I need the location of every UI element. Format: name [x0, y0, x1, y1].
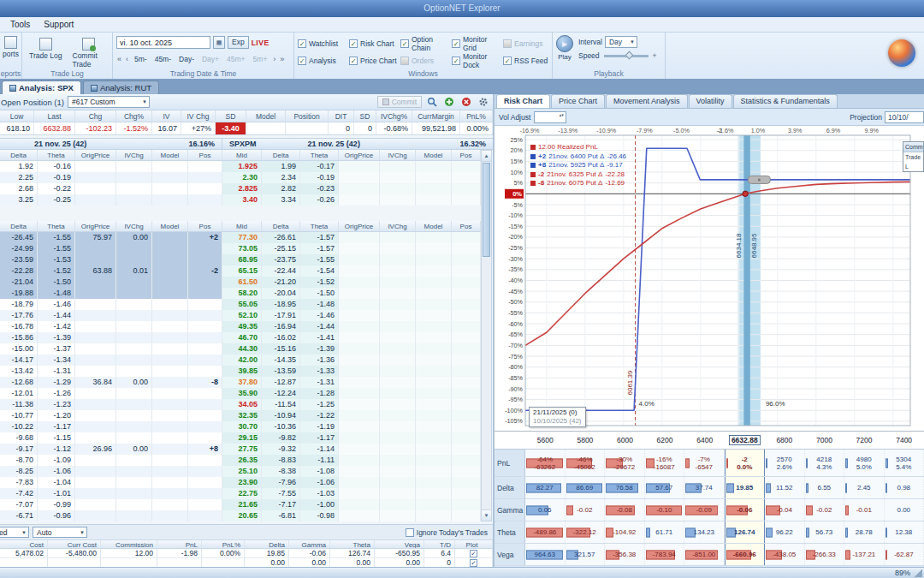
window-toggle-risk-chart[interactable]: ✓ Risk Chart — [349, 35, 399, 52]
side-panel-cut[interactable]: Comm Trade L — [903, 141, 924, 172]
option-chain-row[interactable]: -24.99-1.55 73.05 -25.15-1.57 — [0, 243, 481, 254]
option-chain-row[interactable]: -22.28-1.52 63.880.01 -2 65.15 -22.44-1.… — [0, 265, 481, 277]
option-chain-row[interactable]: -16.78-1.42 49.35 -16.94-1.44 — [0, 321, 481, 332]
option-chain-row[interactable]: -18.79-1.46 55.05 -18.95-1.48 — [0, 299, 481, 310]
chain-header-origprice[interactable]: OrigPrice — [339, 150, 380, 160]
calendar-icon[interactable]: ▦ — [213, 36, 225, 49]
chain-header-origprice[interactable]: OrigPrice — [75, 150, 116, 160]
strategy-select[interactable]: #617 Custom▼ — [68, 96, 150, 108]
plot-toggle[interactable]: ✓ — [455, 558, 493, 567]
window-toggle-option-chain[interactable]: ✓ Option Chain — [400, 35, 450, 52]
option-chain-row[interactable]: -7.07-0.99 21.65 -7.17-1.00 — [0, 499, 481, 510]
scroll-down-icon[interactable]: ▼ — [482, 509, 491, 521]
risk-chart[interactable]: 6634.186648.956061.394.0%96.0%25%20%15%1… — [495, 126, 924, 449]
expiry-right[interactable]: SPXPM 21 nov. 25 (42) 16.32% — [222, 139, 493, 149]
window-toggle-rss-feed[interactable]: ✓ RSS Feed — [503, 52, 553, 69]
scroll-up-icon[interactable]: ▲ — [482, 151, 491, 162]
menu-tools[interactable]: Tools — [3, 19, 37, 30]
speed-slider[interactable] — [604, 55, 649, 57]
chain-header-delta[interactable]: Delta — [0, 150, 38, 160]
chain-header-pos[interactable]: Pos — [452, 221, 481, 231]
mini-option-row[interactable]: 2.25-0.19 2.30 2.34-0.19 — [0, 172, 481, 183]
tab-statistics-fundamentals[interactable]: Statistics & Fundamentals — [733, 94, 838, 108]
commit-trade-button[interactable]: Commit Trade — [69, 36, 110, 70]
step-45m[interactable]: 45m+ — [224, 54, 248, 64]
chain-header-model[interactable]: Model — [152, 221, 188, 231]
chain-header-delta[interactable]: Delta — [262, 150, 300, 160]
speed-slider-handle[interactable] — [625, 51, 633, 59]
step-prev-icon[interactable]: ‹ — [125, 55, 129, 63]
tab-volatility[interactable]: Volatility — [689, 94, 732, 108]
option-chain-row[interactable]: -12.68-1.29 36.840.00 -8 37.80 -12.87-1.… — [0, 377, 481, 388]
mode-select[interactable]: ed▼ — [0, 527, 29, 538]
option-chain-row[interactable]: -19.88-1.48 58.20 -20.04-1.50 — [0, 288, 481, 299]
chain-header-theta[interactable]: Theta — [38, 150, 75, 160]
play-button[interactable]: ▶ — [556, 35, 573, 52]
speed-plus-icon[interactable]: + — [653, 51, 657, 60]
option-chain-row[interactable]: -15.86-1.39 46.70 -16.02-1.41 — [0, 332, 481, 343]
mini-option-row[interactable]: 2.68-0.22 2.825 2.82-0.23 — [0, 183, 481, 194]
tab-price-chart[interactable]: Price Chart — [551, 94, 605, 108]
option-chain-row[interactable]: -7.42-1.01 22.75 -7.55-1.03 — [0, 488, 481, 499]
option-chain-row[interactable]: -11.38-1.23 34.05 -11.54-1.25 — [0, 399, 481, 410]
step-first-icon[interactable]: « — [116, 55, 122, 63]
chain-header-pos[interactable]: Pos — [188, 221, 222, 231]
option-chain-row[interactable]: -12.01-1.26 35.90 -12.24-1.28 — [0, 388, 481, 399]
tab-analysis-rut[interactable]: Analysis: RUT — [83, 80, 159, 94]
auto-select[interactable]: Auto▼ — [33, 527, 87, 538]
step-day[interactable]: Day+ — [199, 54, 222, 64]
option-chain-row[interactable]: -10.77-1.20 32.35 -10.94-1.22 — [0, 410, 481, 421]
vol-adjust-stepper[interactable] — [534, 111, 566, 123]
option-chain-row[interactable]: -10.22-1.17 30.70 -10.36-1.19 — [0, 421, 481, 432]
chain-header-origprice[interactable]: OrigPrice — [75, 221, 116, 231]
option-chain-row[interactable]: -21.04-1.50 61.50 -21.20-1.52 — [0, 277, 481, 288]
gear-icon[interactable] — [477, 96, 490, 109]
option-chain-row[interactable]: -17.76-1.44 52.10 -17.91-1.46 — [0, 310, 481, 321]
chain-header-ivchg[interactable]: IVChg — [116, 150, 152, 160]
tab-analysis-spx[interactable]: Analysis: SPX — [2, 80, 81, 94]
add-icon[interactable] — [442, 96, 456, 109]
chain-header-mid[interactable]: Mid — [222, 221, 262, 231]
tab-risk-chart[interactable]: Risk Chart — [496, 94, 550, 108]
step-last-icon[interactable]: » — [279, 55, 285, 63]
mini-option-row[interactable]: 3.25-0.25 3.40 3.34-0.26 — [0, 194, 481, 206]
commit-button[interactable]: Commit — [377, 96, 422, 108]
projection-date-input[interactable]: 10/10/ — [885, 111, 924, 123]
trading-date-input[interactable]: vi. 10 oct. 2025 — [116, 36, 210, 49]
window-toggle-price-chart[interactable]: ✓ Price Chart — [349, 52, 399, 69]
trade-log-button[interactable]: Trade Log — [26, 36, 66, 62]
chain-scrollbar[interactable]: ▲ ▼ — [481, 150, 492, 521]
step-day[interactable]: Day- — [176, 54, 197, 64]
window-toggle-earnings[interactable]: Earnings — [503, 35, 553, 52]
chain-header-mid[interactable]: Mid — [222, 150, 262, 160]
chain-header-theta[interactable]: Theta — [38, 221, 75, 231]
chain-header-delta[interactable]: Delta — [0, 221, 38, 231]
chain-header-model[interactable]: Model — [416, 221, 452, 231]
option-chain-row[interactable]: -8.25-1.06 25.10 -8.38-1.08 — [0, 466, 481, 477]
option-chain-row[interactable]: -15.00-1.37 44.30 -15.16-1.39 — [0, 343, 481, 355]
exp-button[interactable]: Exp — [228, 36, 249, 49]
menu-support[interactable]: Support — [37, 19, 80, 30]
reports-button[interactable]: ports — [3, 34, 18, 60]
chain-header-ivchg[interactable]: IVChg — [380, 150, 416, 160]
chain-header-model[interactable]: Model — [152, 150, 188, 160]
chain-header-ivchg[interactable]: IVChg — [380, 221, 416, 231]
step-next-icon[interactable]: › — [272, 55, 276, 63]
option-chain-row[interactable]: -9.17-1.12 26.960.00 +8 27.75 -9.32-1.14 — [0, 444, 481, 455]
option-chain-row[interactable]: -6.71-0.96 20.65 -6.81-0.98 — [0, 510, 481, 521]
window-toggle-monitor-grid[interactable]: ✓ Monitor Grid — [452, 35, 501, 52]
chain-header-ivchg[interactable]: IVChg — [116, 221, 152, 231]
close-icon[interactable] — [459, 96, 473, 109]
window-toggle-analysis[interactable]: ✓ Analysis — [298, 52, 347, 69]
expiry-left[interactable]: 21 nov. 25 (42) 16.16% — [0, 139, 222, 149]
step-5m[interactable]: 5m+ — [251, 54, 270, 64]
window-toggle-orders[interactable]: Orders — [400, 52, 450, 69]
window-toggle-monitor-dock[interactable]: ✓ Monitor Dock — [452, 52, 501, 69]
option-chain-row[interactable]: -14.17-1.34 42.00 -14.35-1.36 — [0, 355, 481, 366]
chain-header-model[interactable]: Model — [416, 150, 452, 160]
ignore-todays-trades-toggle[interactable]: Ignore Today's Trades — [406, 528, 488, 537]
step-45m[interactable]: 45m- — [152, 54, 174, 64]
option-chain-row[interactable]: -8.70-1.09 26.35 -8.83-1.11 — [0, 455, 481, 466]
chain-header-pos[interactable]: Pos — [188, 150, 222, 160]
resize-grip-icon[interactable] — [915, 569, 922, 577]
